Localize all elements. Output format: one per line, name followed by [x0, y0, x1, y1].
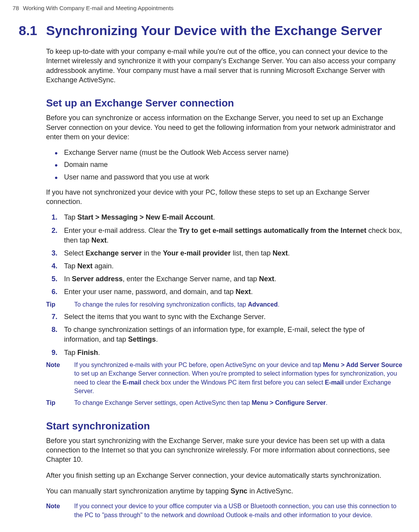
subheading-setup: Set up an Exchange Server connection: [46, 97, 403, 109]
step-bold: Next: [235, 288, 251, 296]
step-number: 8.: [52, 325, 57, 335]
note-label: Note: [46, 361, 74, 396]
step-text: Enter your e-mail address. Clear the: [64, 227, 179, 234]
note-bold: Menu > Add Server Source: [323, 362, 402, 368]
step-text: Enter your user name, password, and doma…: [64, 288, 235, 296]
step-text: .: [98, 349, 100, 356]
section-heading: 8.1 Synchronizing Your Device with the E…: [12, 23, 407, 38]
tip-bold: Advanced: [248, 301, 278, 308]
note-bold: E-mail: [123, 379, 141, 386]
tip-text-part: .: [278, 301, 279, 308]
step-4: 4. Tap Next again.: [46, 261, 403, 271]
step-text: , enter the Exchange Server name, and ta…: [123, 275, 259, 283]
step-text: .: [274, 275, 276, 283]
content: To keep up-to-date with your company e-m…: [46, 47, 403, 520]
startsync-p2: After you finish setting up an Exchange …: [46, 471, 403, 480]
step-number: 1.: [52, 213, 57, 222]
startsync-p3: You can manually start synchronization a…: [46, 486, 403, 496]
note-text: If you synchronized e-mails with your PC…: [74, 361, 403, 396]
note-bold: E-mail: [325, 379, 344, 386]
step-number: 4.: [52, 261, 57, 271]
intro-paragraph: To keep up-to-date with your company e-m…: [46, 47, 403, 85]
note-label: Note: [46, 502, 74, 520]
step-3: 3. Select Exchange server in the Your e-…: [46, 248, 403, 258]
list-item: User name and password that you use at w…: [46, 172, 403, 182]
page: 78 Working With Company E-mail and Meeti…: [0, 0, 419, 532]
steps-list-b: 7. Select the items that you want to syn…: [46, 312, 403, 358]
step-text: again.: [93, 262, 114, 270]
tip-label: Tip: [46, 300, 74, 309]
step-number: 5.: [52, 274, 57, 284]
step-text: Tap: [64, 349, 77, 356]
step-8: 8. To change synchronization settings of…: [46, 325, 403, 344]
step-text: list, then tap: [231, 249, 273, 257]
setup-paragraph-1: Before you can synchronize or access inf…: [46, 113, 403, 142]
setup-paragraph-2: If you have not synchronized your device…: [46, 188, 403, 207]
step-text: .: [156, 335, 158, 343]
step-bold: Next: [91, 236, 107, 244]
tip-label: Tip: [46, 399, 74, 407]
step-number: 3.: [52, 248, 57, 258]
step-text: In: [64, 275, 72, 283]
p3-part: in ActiveSync.: [248, 487, 293, 495]
note-1: Note If you synchronized e-mails with yo…: [46, 361, 403, 396]
section-number: 8.1: [19, 23, 46, 38]
section-title: Synchronizing Your Device with the Excha…: [46, 23, 382, 38]
info-list: Exchange Server name (must be the Outloo…: [46, 148, 403, 182]
p3-part: You can manually start synchronization a…: [46, 487, 231, 495]
steps-list-a: 1. Tap Start > Messaging > New E-mail Ac…: [46, 213, 403, 297]
tip-text-part: To change the rules for resolving synchr…: [74, 301, 248, 308]
note-text-part: If you synchronized e-mails with your PC…: [74, 362, 323, 368]
step-9: 9. Tap Finish.: [46, 348, 403, 358]
step-bold: Next: [273, 249, 288, 257]
step-text: .: [251, 288, 253, 296]
note-2: Note If you connect your device to your …: [46, 502, 403, 520]
step-bold: Try to get e-mail settings automatically…: [179, 227, 366, 234]
step-bold: Start > Messaging > New E-mail Account: [77, 213, 213, 221]
step-text: .: [288, 249, 290, 257]
list-item: Domain name: [46, 160, 403, 170]
subheading-startsync: Start synchronization: [46, 420, 403, 432]
tip-text-part: .: [326, 399, 327, 406]
step-number: 2.: [52, 226, 57, 236]
note-text: If you connect your device to your offic…: [74, 502, 403, 520]
step-number: 7.: [52, 312, 57, 322]
step-number: 6.: [52, 287, 57, 297]
step-text: .: [107, 236, 109, 244]
list-item: Exchange Server name (must be the Outloo…: [46, 148, 403, 158]
running-title: Working With Company E-mail and Meeting …: [23, 5, 174, 11]
tip-1: Tip To change the rules for resolving sy…: [46, 300, 403, 309]
step-text: in the: [142, 249, 163, 257]
step-5: 5. In Server address, enter the Exchange…: [46, 274, 403, 284]
step-bold: Next: [259, 275, 274, 283]
step-text: .: [213, 213, 215, 221]
step-1: 1. Tap Start > Messaging > New E-mail Ac…: [46, 213, 403, 222]
note-text-part: check box under the Windows PC item firs…: [141, 379, 325, 386]
step-7: 7. Select the items that you want to syn…: [46, 312, 403, 322]
step-number: 9.: [52, 348, 57, 358]
p3-bold: Sync: [231, 487, 248, 495]
step-bold: Next: [77, 262, 93, 270]
tip-2: Tip To change Exchange Server settings, …: [46, 399, 403, 407]
step-text: To change synchronization settings of an…: [64, 326, 364, 343]
step-bold: Your e-mail provider: [163, 249, 231, 257]
startsync-p1: Before you start synchronizing with the …: [46, 436, 403, 465]
step-2: 2. Enter your e-mail address. Clear the …: [46, 226, 403, 245]
step-6: 6. Enter your user name, password, and d…: [46, 287, 403, 297]
step-text: Tap: [64, 262, 77, 270]
tip-text: To change Exchange Server settings, open…: [74, 399, 328, 407]
tip-bold: Menu > Configure Server: [252, 399, 326, 406]
step-text: Select: [64, 249, 86, 257]
step-text: Tap: [64, 213, 77, 221]
page-number: 78: [12, 5, 19, 11]
step-bold: Finish: [77, 349, 98, 356]
step-text: Select the items that you want to sync w…: [64, 313, 266, 321]
tip-text-part: To change Exchange Server settings, open…: [74, 399, 252, 406]
running-header: 78 Working With Company E-mail and Meeti…: [12, 0, 407, 19]
step-bold: Server address: [72, 275, 123, 283]
tip-text: To change the rules for resolving synchr…: [74, 300, 280, 309]
step-bold: Exchange server: [86, 249, 142, 257]
step-bold: Settings: [128, 335, 156, 343]
